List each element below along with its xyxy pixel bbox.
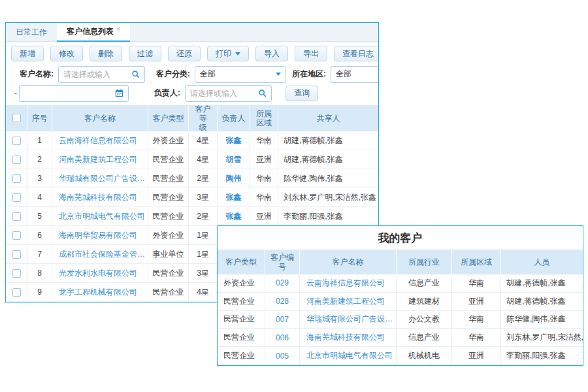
customer-level: 1星 — [189, 226, 218, 244]
row-checkbox[interactable] — [12, 174, 21, 183]
toolbar-button[interactable]: 过滤 — [129, 46, 161, 61]
date-range-separator: - — [6, 89, 19, 98]
toolbar-button[interactable]: 还原 — [168, 46, 201, 61]
customer-name-link[interactable]: 龙宇工程机械有限公司 — [59, 287, 137, 298]
customer-code-link[interactable]: 029 — [276, 278, 289, 287]
row-seq: 7 — [27, 245, 52, 263]
my-customer-row[interactable]: 民营企业 006 海南芜城科技有限公司 信息产业 华南 刘东林,罗广明,宋洁然,… — [218, 329, 583, 347]
col-header-people: 人员 — [501, 250, 583, 274]
customer-name-link[interactable]: 河南美新建筑工程公司 — [59, 154, 137, 165]
region: 亚洲 — [452, 293, 501, 310]
customer-name-link[interactable]: 北京市明城电气有限公司 — [306, 350, 393, 361]
owner-link[interactable]: 张鑫 — [226, 211, 242, 222]
category-label: 客户分类: — [145, 69, 195, 80]
customer-name-link[interactable]: 河南美新建筑工程公司 — [306, 296, 385, 307]
customer-name-input[interactable] — [63, 70, 131, 79]
customer-type: 民营企业 — [218, 311, 265, 329]
owner-link[interactable]: 张鑫 — [226, 135, 242, 146]
filter-row-2: - 负责人: 查询 — [6, 84, 378, 103]
people: 胡建,蒋德帧,张鑫 — [501, 293, 583, 310]
customer-row[interactable]: 1 云南海祥信息有限公司 外资企业 4星 张鑫 华南 胡建,蒋德帧,张鑫 — [6, 131, 378, 150]
row-checkbox[interactable] — [12, 288, 21, 297]
print-button[interactable]: 打印 — [207, 46, 249, 61]
my-customers-header: 客户类型 客户编 号 客户名称 所属行业 所属区域 人员 — [218, 250, 583, 274]
customer-row[interactable]: 4 海南芜城科技有限公司 民营企业 3星 张鑫 华南 刘东林,罗广明,宋洁然,张… — [6, 188, 378, 207]
col-header-customer-name: 客户名称 — [52, 105, 148, 131]
row-seq: 2 — [27, 150, 52, 169]
row-checkbox[interactable] — [12, 269, 21, 278]
shared-people: 刘东林,罗广明,宋洁然,张鑫 — [278, 188, 378, 206]
my-customer-row[interactable]: 民营企业 007 华瑞城有限公司广告设计部 办公文教 华南 陈华健,陶伟,张鑫 — [218, 311, 583, 329]
print-label: 打印 — [216, 48, 231, 59]
owner-input[interactable] — [190, 89, 258, 98]
col-header-customer-name: 客户名称 — [300, 250, 397, 274]
customer-name-link[interactable]: 云南海祥信息有限公司 — [59, 135, 137, 146]
row-checkbox[interactable] — [12, 212, 21, 221]
customer-type: 外资企业 — [148, 226, 189, 244]
row-seq: 6 — [27, 226, 52, 244]
customer-name-link[interactable]: 光发水利水电有限公司 — [59, 268, 137, 279]
customer-name-link[interactable]: 海南芜城科技有限公司 — [306, 332, 385, 343]
toolbar-button[interactable]: 修改 — [50, 46, 83, 61]
row-checkbox[interactable] — [12, 231, 21, 240]
customer-name-link[interactable]: 华瑞城有限公司广告设计部 — [59, 173, 145, 184]
tab-customer-list[interactable]: 客户信息列表 × — [57, 23, 130, 42]
district-select[interactable]: 全部 — [331, 66, 378, 83]
customer-level: 4星 — [189, 131, 218, 150]
tab-daily-work[interactable]: 日常工作 — [6, 23, 57, 41]
select-all-checkbox[interactable] — [12, 114, 21, 122]
toolbar-button[interactable]: 导出 — [295, 46, 327, 61]
customer-code-link[interactable]: 006 — [276, 333, 289, 342]
region: 华南 — [452, 274, 501, 292]
col-header-shared: 共享人 — [278, 105, 378, 131]
region: 华南 — [250, 169, 278, 188]
tab-label: 日常工作 — [16, 27, 47, 38]
category-select[interactable]: 全部 — [195, 66, 286, 83]
calendar-icon[interactable] — [115, 89, 123, 97]
customer-name-link[interactable]: 北京市明城电气有限公司 — [59, 211, 145, 222]
customer-name-link[interactable]: 海南明华贸易有限公司 — [59, 230, 137, 241]
owner-link[interactable]: 张鑫 — [226, 192, 242, 203]
date-input[interactable] — [24, 89, 115, 98]
search-icon[interactable] — [258, 89, 267, 97]
my-customer-row[interactable]: 外资企业 029 云南海祥信息有限公司 信息产业 华南 胡建,蒋德帧,张鑫 — [218, 274, 583, 293]
toolbar-button[interactable]: 查看日志 — [334, 46, 379, 61]
customer-name-link[interactable]: 华瑞城有限公司广告设计部 — [306, 314, 393, 325]
owner-link[interactable]: 陶伟 — [226, 173, 242, 184]
customer-type: 民营企业 — [148, 150, 189, 169]
customer-name-link[interactable]: 云南海祥信息有限公司 — [306, 278, 385, 289]
owner-link[interactable]: 胡雪 — [226, 154, 242, 165]
customer-code-link[interactable]: 028 — [276, 297, 289, 306]
owner-label: 负责人: — [129, 88, 185, 99]
row-checkbox[interactable] — [12, 193, 21, 202]
col-header-region: 所属区域 — [452, 250, 501, 274]
date-input-wrap — [19, 85, 129, 102]
row-checkbox[interactable] — [12, 137, 21, 145]
query-button[interactable]: 查询 — [286, 86, 318, 101]
search-icon[interactable] — [131, 70, 140, 78]
my-customer-row[interactable]: 民营企业 005 北京市明城电气有限公司 机械机电 亚洲 李勤丽,阳强,张鑫 — [218, 347, 583, 365]
chevron-down-icon — [235, 52, 240, 56]
row-checkbox[interactable] — [12, 155, 21, 164]
region: 华南 — [250, 131, 278, 150]
customer-row[interactable]: 5 北京市明城电气有限公司 民营企业 2星 张鑫 亚洲 李勤丽,阳强,张鑫 — [6, 207, 378, 226]
my-customer-row[interactable]: 民营企业 028 河南美新建筑工程公司 建筑建材 亚洲 胡建,蒋德帧,张鑫 — [218, 293, 583, 311]
customer-code-link[interactable]: 005 — [276, 351, 289, 361]
my-customers-title: 我的客户 — [218, 226, 583, 250]
row-checkbox[interactable] — [12, 250, 21, 259]
customer-name-link[interactable]: 海南芜城科技有限公司 — [59, 192, 137, 203]
toolbar-button[interactable]: 导入 — [255, 46, 288, 61]
customer-row[interactable]: 2 河南美新建筑工程公司 民营企业 4星 胡雪 亚洲 胡建,蒋德帧,张鑫 — [6, 150, 378, 169]
customer-row[interactable]: 3 华瑞城有限公司广告设计部 民营企业 2星 陶伟 华南 陈华健,陶伟,张鑫 — [6, 169, 378, 188]
toolbar-button[interactable]: 新增 — [11, 46, 44, 61]
tab-label: 客户信息列表 — [67, 26, 114, 37]
col-header-seq: 序号 — [27, 105, 52, 131]
col-header-customer-type: 客户类型 — [148, 105, 189, 131]
customer-name-link[interactable]: 成都市社会保险基金管理... — [59, 249, 145, 260]
industry: 信息产业 — [397, 329, 452, 346]
customer-type: 民营企业 — [148, 169, 189, 188]
customer-table-header: 序号 客户名称 客户类型 客户等 级 负责人 所属 区域 共享人 — [6, 105, 378, 131]
customer-code-link[interactable]: 007 — [276, 315, 289, 324]
close-icon[interactable]: × — [116, 25, 120, 33]
toolbar-button[interactable]: 删除 — [90, 46, 122, 61]
